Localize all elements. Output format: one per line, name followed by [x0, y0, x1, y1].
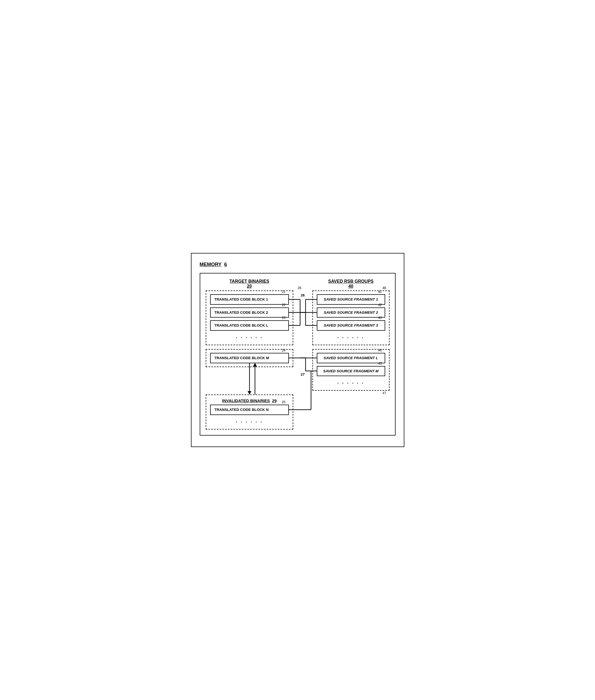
ref-24: 24 — [282, 349, 285, 353]
ref-25: 25 — [282, 400, 285, 405]
target-binaries-panel: TARGET BINARIES 20 26 21 TRANSLATED CODE… — [206, 279, 293, 391]
fragment-M: 45 SAVED SOURCE FRAGMENT M — [317, 366, 385, 376]
ref-22: 22 — [282, 303, 285, 307]
code-block-L: 23 TRANSLATED CODE BLOCK L — [210, 320, 289, 331]
group2-right: 47 44 SAVED SOURCE FRAGMENT L 45 SAVED S… — [312, 349, 390, 391]
target-binaries-title: TARGET BINARIES 20 — [206, 279, 293, 289]
bottom-right-spacer — [299, 395, 390, 430]
invalidated-title: INVALIDATED BINARIES 29 — [210, 398, 289, 403]
dots-3: · · · · · · — [317, 379, 385, 387]
dots-4: · · · · · · — [210, 418, 289, 426]
ref-45: 45 — [378, 361, 381, 366]
svg-marker-15 — [248, 391, 251, 395]
top-section: TARGET BINARIES 20 26 21 TRANSLATED CODE… — [206, 279, 390, 391]
invalidated-panel: INVALIDATED BINARIES 29 25 TRANSLATED CO… — [206, 395, 293, 430]
bottom-section: INVALIDATED BINARIES 29 25 TRANSLATED CO… — [206, 395, 390, 430]
fragment-2: 42 SAVED SOURCE FRAGMENT 2 — [317, 307, 385, 318]
connector-spacer: 26 27 — [293, 279, 312, 391]
ref-26-label: 26 — [301, 293, 305, 297]
code-block-2: 22 TRANSLATED CODE BLOCK 2 — [210, 307, 289, 318]
main-container: TARGET BINARIES 20 26 21 TRANSLATED CODE… — [200, 273, 396, 435]
full-diagram: TARGET BINARIES 20 26 21 TRANSLATED CODE… — [206, 279, 390, 429]
fragment-3: 43 SAVED SOURCE FRAGMENT 3 — [317, 320, 385, 331]
code-block-N: 25 TRANSLATED CODE BLOCK N — [210, 405, 289, 415]
memory-label-text: MEMORY — [200, 262, 222, 267]
rsb-title: SAVED RSB GROUPS 40 — [312, 279, 390, 289]
memory-label: MEMORY 6 — [200, 262, 396, 267]
ref-41: 41 — [378, 290, 381, 294]
ref-43: 43 — [378, 316, 381, 320]
dots-2: · · · · · · — [317, 333, 385, 341]
ref-47: 47 — [382, 391, 386, 395]
fragment-1: 41 SAVED SOURCE FRAGMENT 1 — [317, 294, 385, 305]
fragment-L: 44 SAVED SOURCE FRAGMENT L — [317, 353, 385, 363]
memory-number: 6 — [224, 262, 227, 267]
ref-21: 21 — [282, 290, 285, 294]
page: MEMORY 6 TARGET BINARIES 20 26 — [191, 253, 404, 447]
group2-left: 24 TRANSLATED CODE BLOCK M — [206, 349, 293, 367]
ref-44: 44 — [378, 349, 381, 353]
ref-46: 46 — [382, 286, 386, 290]
invalidated-group: INVALIDATED BINARIES 29 25 TRANSLATED CO… — [206, 395, 293, 430]
code-block-M: 24 TRANSLATED CODE BLOCK M — [210, 353, 289, 363]
rsb-panel: SAVED RSB GROUPS 40 46 41 SAVED SOURCE F… — [312, 279, 390, 391]
ref-23: 23 — [282, 316, 285, 320]
code-block-1: 21 TRANSLATED CODE BLOCK 1 — [210, 294, 289, 305]
dots-1: · · · · · · — [210, 333, 289, 341]
ref-42: 42 — [378, 303, 381, 307]
group1-right: 46 41 SAVED SOURCE FRAGMENT 1 42 SAVED S… — [312, 291, 390, 345]
group1-left: 26 21 TRANSLATED CODE BLOCK 1 22 TRANSLA… — [206, 291, 293, 345]
ref-27-label: 27 — [301, 372, 305, 376]
